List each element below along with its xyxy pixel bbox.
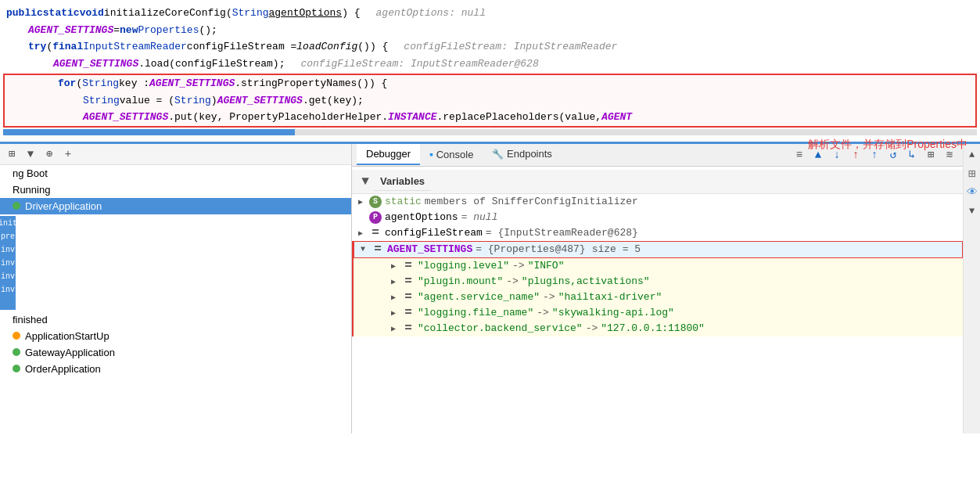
sidebar-item-finished[interactable]: finished [0,311,351,328]
sub-row-logging-level[interactable]: ▶ = "logging.level" -> "INFO" [352,258,963,274]
hline-1: for ( String key : AGENT_SETTINGS .strin… [5,75,975,92]
left-sidebar: ⊞ ▼ ⊕ + ng Boot Running DriverApplicatio… [0,144,352,433]
status-dot-orange [13,332,20,340]
expand-agentoptions[interactable] [355,212,366,223]
console-icon: ▪ [429,148,433,160]
scroll-down-btn[interactable]: ▼ [964,203,980,219]
var-row-static[interactable]: ▶ S static members of SnifferConfigIniti… [352,194,963,210]
bottom-panel: ⊞ ▼ ⊕ + ng Boot Running DriverApplicatio… [0,144,980,433]
frame-column: init pre inv inv inv inv [0,216,16,310]
hline-3: AGENT_SETTINGS .put(key, PropertyPlaceho… [5,109,975,126]
step-icon-2[interactable]: 👁 [964,185,980,200]
var-row-agentoptions[interactable]: P agentOptions = null [352,210,963,225]
filter-icon[interactable]: ▼ [23,147,38,161]
variables-panel: ▼ Variables ▶ S static members of Sniffe… [352,167,963,433]
add-icon[interactable]: + [61,147,75,161]
code-line-2: AGENT_SETTINGS = new Properties (); [0,22,980,39]
sub-row-collector-backend[interactable]: ▶ = "collector.backend_service" -> "127.… [352,321,963,336]
dbg-menu-btn[interactable]: ≡ [791,146,808,164]
sub-row-plugin-mount[interactable]: ▶ = "plugin.mount" -> "plugins,activatio… [352,274,963,290]
var-row-agent-settings[interactable]: ▼ = AGENT_SETTINGS = {Properties@487} si… [352,241,963,258]
sidebar-item-springboot[interactable]: ng Boot [0,165,351,182]
right-scroll-indicator: ▲ ⊞ 👁 ▼ [963,144,980,433]
badge-eq-2: = [372,243,384,256]
sidebar-item-gateway[interactable]: GatewayApplication [0,344,351,361]
sidebar-item-order[interactable]: OrderApplication [0,361,351,377]
app-list: ng Boot Running DriverApplication init p… [0,165,351,433]
code-panel: public static void initializeCoreConfig … [0,0,980,144]
var-row-configfilestream[interactable]: ▶ = configFileStream = {InputStreamReade… [352,225,963,241]
kw-static: static [43,5,80,21]
expand-static[interactable]: ▶ [355,196,366,207]
step-icon-1[interactable]: ⊞ [964,166,980,182]
badge-static: S [369,196,382,208]
expand-configfilestream[interactable]: ▶ [355,228,366,239]
grid-icon[interactable]: ⊞ [5,147,19,161]
frame-section: init pre inv inv inv inv [0,214,351,311]
code-line-1: public static void initializeCoreConfig … [0,5,980,22]
sidebar-item-driver[interactable]: DriverApplication [0,198,351,214]
scroll-bar[interactable] [3,129,977,135]
code-line-4: AGENT_SETTINGS .load(configFileStream); … [0,56,980,73]
tab-debugger[interactable]: Debugger [357,144,420,165]
code-line-3: try ( final InputStreamReader configFile… [0,38,980,56]
kw-void: void [80,5,104,21]
status-dot-green [13,202,20,210]
sidebar-item-running[interactable]: Running [0,182,351,198]
endpoints-icon: 🔧 [492,149,504,160]
pin-icon[interactable]: ⊕ [42,147,56,161]
tab-endpoints[interactable]: 🔧 Endpoints [483,144,561,165]
debugger-panel: Debugger ▪ Console 🔧 Endpoints ≡ ▲ ↓ ↑ ↑… [352,144,963,433]
badge-p: P [369,211,382,224]
sub-row-logging-filename[interactable]: ▶ = "logging.file_name" -> "skywalking-a… [352,305,963,321]
variables-header: Variables [374,172,431,191]
expand-agent-settings[interactable]: ▼ [357,244,368,255]
sidebar-toolbar: ⊞ ▼ ⊕ + [0,144,351,165]
tab-console[interactable]: ▪ Console [420,144,483,166]
kw-public: public [6,5,43,21]
variables-toolbar: ▼ Variables [352,170,963,194]
method-name: initializeCoreConfig [104,5,226,21]
hline-2: String value = ( String ) AGENT_SETTINGS… [5,92,975,110]
expand-all-btn[interactable]: ▼ [357,173,374,190]
highlighted-block: for ( String key : AGENT_SETTINGS .strin… [3,74,977,128]
badge-eq-1: = [369,227,382,239]
status-dot-green3 [13,365,20,372]
sub-row-agent-service[interactable]: ▶ = "agent.service_name" -> "hailtaxi-dr… [352,290,963,305]
sidebar-item-appstartup[interactable]: ApplicationStartUp [0,328,351,344]
annotation-text: 解析文件，并存储到Properties中 [808,138,967,152]
status-dot-green2 [13,348,20,356]
